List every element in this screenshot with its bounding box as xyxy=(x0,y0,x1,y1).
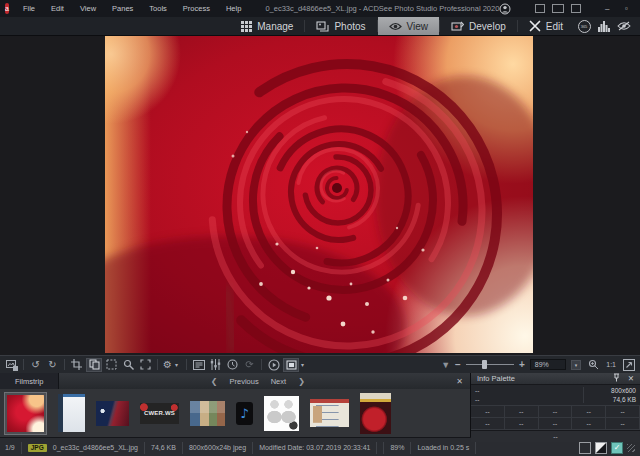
pane-layout-1-icon[interactable] xyxy=(535,4,545,13)
tab-photos-label: Photos xyxy=(334,21,365,32)
thumbnail-rose-selected[interactable] xyxy=(4,392,47,435)
tab-edit[interactable]: Edit xyxy=(518,17,574,35)
gear-icon[interactable]: ⚙ xyxy=(162,358,173,372)
pane-layout-3-icon[interactable] xyxy=(571,4,581,13)
develop-settings-icon[interactable] xyxy=(208,358,223,372)
dashboard-button[interactable] xyxy=(594,17,614,35)
filmstrip-tab[interactable]: Filmstrip xyxy=(0,373,59,389)
copy-image-icon[interactable] xyxy=(86,358,102,372)
tab-view[interactable]: View xyxy=(378,17,440,35)
exif-cell: -- xyxy=(606,418,640,430)
zoom-out-button[interactable]: − xyxy=(455,359,461,370)
tab-develop[interactable]: Develop xyxy=(440,17,517,35)
thumbnail-cwer-banner[interactable]: CWER.WS xyxy=(140,403,179,424)
tab-manage[interactable]: Manage xyxy=(230,17,304,35)
filmstrip-view-icon[interactable] xyxy=(283,358,299,372)
status-zoom: 89% xyxy=(390,444,404,451)
status-load-time: Loaded in 0.25 s xyxy=(417,444,469,451)
sync-icon[interactable]: ⟳ xyxy=(242,358,257,372)
resize-grip[interactable] xyxy=(627,444,635,452)
thumbnail-handshake-clipart[interactable] xyxy=(264,396,299,431)
account-icon[interactable] xyxy=(499,3,511,15)
thumbnail-photo-collage[interactable] xyxy=(190,401,225,426)
window-title: 0_ec33c_d4866ee5_XL.jpg - ACDSee Photo S… xyxy=(265,4,499,13)
menu-file[interactable]: File xyxy=(15,4,43,13)
zoom-in-button[interactable]: + xyxy=(519,359,525,370)
zoom-slider[interactable] xyxy=(466,364,514,365)
histogram-icon xyxy=(598,21,610,32)
minimize-button[interactable]: – xyxy=(601,4,613,13)
auto-advance-button[interactable] xyxy=(614,17,634,35)
previous-chevron-icon[interactable]: ❮ xyxy=(211,377,218,386)
menu-panes[interactable]: Panes xyxy=(104,4,141,13)
exif-cell: -- xyxy=(505,406,539,418)
menu-process[interactable]: Process xyxy=(175,4,218,13)
info-dimensions-value: 800x600 xyxy=(584,387,636,394)
zoom-tool-icon[interactable] xyxy=(121,358,136,372)
info-exif-grid: -- -- -- -- -- -- -- -- -- -- xyxy=(471,406,640,430)
maximize-button[interactable]: ▫ xyxy=(620,4,632,13)
filmstrip-thumbnails: CWER.WS ♪ xyxy=(0,389,470,437)
rose-thumb-image xyxy=(7,395,44,432)
rotate-right-icon[interactable]: ↻ xyxy=(45,358,60,372)
pane-layout-2-icon[interactable] xyxy=(552,4,564,13)
exif-cell: -- xyxy=(471,418,505,430)
next-button[interactable]: Next xyxy=(271,377,286,386)
gear-dropdown-caret[interactable]: ▾ xyxy=(175,361,182,368)
history-icon[interactable] xyxy=(225,358,240,372)
image-viewer xyxy=(0,36,640,355)
view-mode-icon[interactable] xyxy=(579,442,591,454)
zoom-dropdown-button[interactable]: ▾ xyxy=(571,360,582,370)
view-dropdown-caret[interactable]: ▾ xyxy=(301,361,308,368)
crop-icon[interactable] xyxy=(69,358,84,372)
exif-cell: -- xyxy=(572,406,606,418)
info-palette-toggle-icon[interactable] xyxy=(191,358,206,372)
pin-icon[interactable] xyxy=(613,373,620,384)
slideshow-icon[interactable] xyxy=(266,358,281,372)
status-image-info: 800x600x24b jpeg xyxy=(189,444,246,451)
thumbnail-id-card[interactable] xyxy=(310,399,349,427)
save-image-icon[interactable] xyxy=(4,358,19,372)
acdsee-365-button[interactable]: 365 xyxy=(574,17,594,35)
tab-view-label: View xyxy=(407,21,429,32)
rose-photo[interactable] xyxy=(105,36,533,353)
zoom-slider-thumb[interactable] xyxy=(482,360,487,369)
actual-size-button[interactable]: 1:1 xyxy=(606,361,616,368)
zoom-percent-field[interactable]: 89% xyxy=(530,359,566,370)
info-palette-header: Info Palette ✕ xyxy=(471,373,640,385)
info-date-value: -- xyxy=(475,396,583,403)
menu-view[interactable]: View xyxy=(72,4,104,13)
previous-button[interactable]: Previous xyxy=(230,377,259,386)
select-tool-icon[interactable] xyxy=(104,358,119,372)
thumbnail-movie-poster[interactable] xyxy=(96,401,129,426)
contrast-icon[interactable] xyxy=(595,442,607,454)
info-palette-close-icon[interactable]: ✕ xyxy=(628,374,634,383)
tagged-checkbox[interactable]: ✓ xyxy=(611,442,623,454)
info-name-value: -- xyxy=(475,387,583,394)
status-filesize: 74,6 KB xyxy=(151,444,176,451)
thumbnail-music-note[interactable]: ♪ xyxy=(236,402,253,425)
filmstrip-close-icon[interactable]: ✕ xyxy=(456,377,463,386)
info-filesize-value: 74,6 KB xyxy=(584,396,636,403)
next-chevron-icon[interactable]: ❯ xyxy=(298,377,305,386)
fullscreen-icon[interactable] xyxy=(138,358,153,372)
title-bar: a File Edit View Panes Tools Process Hel… xyxy=(0,0,640,17)
rotate-left-icon[interactable]: ↺ xyxy=(28,358,43,372)
fit-image-icon[interactable] xyxy=(621,358,636,372)
exif-cell: -- xyxy=(505,418,539,430)
auto-hide-toolbar-icon[interactable]: ▼ xyxy=(441,360,450,370)
acdsee-window: a File Edit View Panes Tools Process Hel… xyxy=(0,0,640,456)
acdsee-365-icon: 365 xyxy=(578,20,591,33)
menu-tools[interactable]: Tools xyxy=(141,4,175,13)
tab-develop-label: Develop xyxy=(469,21,506,32)
zoom-lock-icon[interactable] xyxy=(586,358,601,372)
tab-photos[interactable]: Photos xyxy=(305,17,376,35)
menu-edit[interactable]: Edit xyxy=(43,4,72,13)
exif-cell: -- xyxy=(471,406,505,418)
develop-icon xyxy=(451,21,464,32)
grid-icon xyxy=(241,21,252,32)
exif-cell: -- xyxy=(572,418,606,430)
thumbnail-screenshot[interactable] xyxy=(58,394,85,432)
thumbnail-magazine-cover[interactable] xyxy=(360,393,391,434)
menu-help[interactable]: Help xyxy=(218,4,249,13)
